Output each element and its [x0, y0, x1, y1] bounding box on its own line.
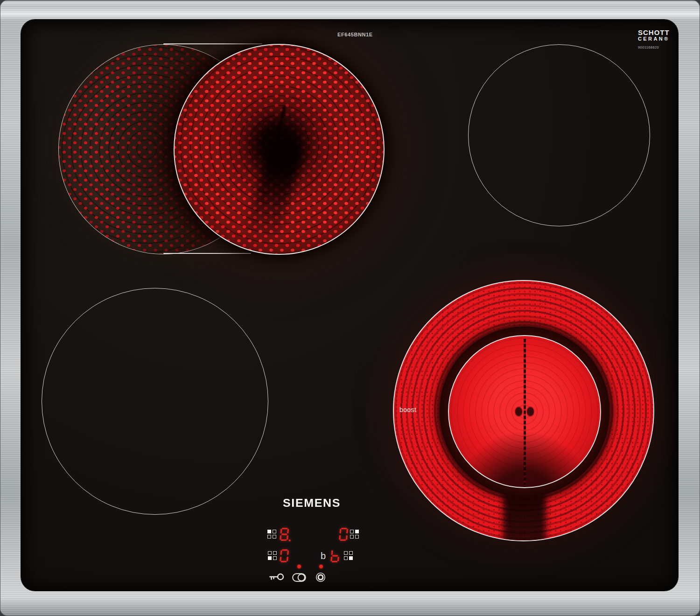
indicator-square-bottom-right — [273, 535, 276, 539]
indicator-square-top-left — [344, 551, 348, 555]
boost-label: boost — [399, 406, 416, 413]
ceramic-glass-surface: EF645BNN1E SCHOTT CERAN® 9001168620 boos… — [21, 20, 678, 591]
child-lock-key-icon[interactable] — [268, 572, 285, 581]
indicator-square-top-right — [355, 530, 359, 533]
rear-left-oval-outline-top — [163, 43, 262, 44]
triple-zone-indicator-dot — [319, 565, 323, 568]
burner-position-indicator-rear-left — [267, 530, 278, 539]
indicator-square-bottom-right — [273, 556, 277, 560]
schott-ceran-logo: SCHOTT CERAN® 9001168620 — [638, 29, 670, 49]
cooktop-product-photo: EF645BNN1E SCHOTT CERAN® 9001168620 boos… — [0, 0, 700, 616]
indicator-square-bottom-left — [350, 535, 354, 539]
element-terminal-shadow — [503, 479, 546, 541]
power-level-display-rear-left[interactable] — [279, 527, 291, 542]
indicator-square-bottom-left — [344, 556, 348, 560]
temperature-sensor-shadow — [241, 134, 306, 249]
glass-batch-number: 9001168620 — [638, 46, 670, 49]
burner-rear-left-main-zone — [174, 44, 385, 255]
burner-front-right — [393, 280, 654, 541]
burner-position-indicator-front-left — [268, 551, 278, 560]
model-number-label: EF645BNN1E — [337, 32, 373, 37]
indicator-square-top-left — [350, 530, 354, 533]
dual-zone-oval-icon[interactable] — [292, 573, 306, 582]
indicator-square-top-right — [273, 551, 277, 555]
triple-zone-ring-icon[interactable] — [315, 572, 326, 582]
power-level-display-rear-right[interactable] — [338, 527, 350, 542]
boost-b-printed-label: b — [321, 551, 326, 561]
burner-front-left — [42, 288, 268, 515]
indicator-square-bottom-left — [268, 556, 272, 560]
burner-front-right-inner-circle — [448, 335, 601, 488]
schott-ceran-logo-line1: SCHOTT — [638, 29, 670, 36]
power-level-display-front-left[interactable] — [279, 548, 291, 563]
indicator-square-top-left — [268, 551, 272, 555]
power-level-display-front-right[interactable] — [330, 548, 342, 563]
burner-position-indicator-front-right — [344, 551, 354, 560]
indicator-square-bottom-left — [267, 535, 271, 539]
indicator-square-top-right — [273, 530, 276, 533]
indicator-square-bottom-right — [355, 535, 359, 539]
dual-zone-indicator-dot — [297, 565, 301, 568]
rear-left-oval-outline-bottom — [163, 253, 251, 254]
indicator-square-top-right — [349, 551, 353, 555]
siemens-logo: SIEMENS — [283, 497, 380, 510]
schott-ceran-logo-line2: CERAN® — [638, 36, 670, 42]
burner-position-indicator-rear-right — [350, 530, 360, 539]
indicator-square-top-left — [267, 530, 271, 533]
indicator-square-bottom-right — [349, 556, 353, 560]
burner-rear-right — [468, 44, 650, 226]
